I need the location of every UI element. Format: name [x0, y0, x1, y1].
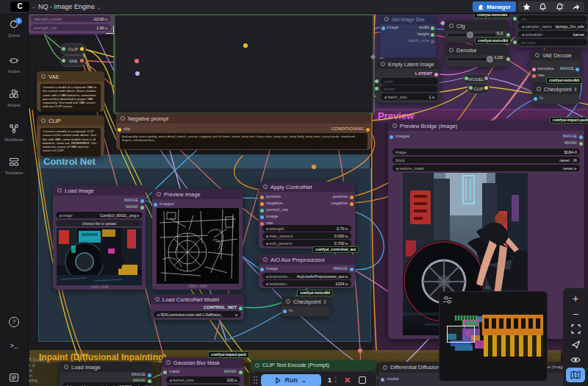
- link-dot-red-2[interactable]: [358, 349, 362, 353]
- minimap-viewport[interactable]: [447, 326, 475, 343]
- collapse-dot[interactable]: [449, 48, 453, 52]
- link-dot-orange[interactable]: [312, 165, 316, 169]
- pb-restore-mask-row[interactable]: ◀ restore_mask never ▶: [392, 165, 580, 171]
- node-get-image-size[interactable]: Get Image Size image width height batch_…: [380, 14, 436, 58]
- port-image-out[interactable]: IMAGE: [124, 198, 138, 202]
- latent-batch-row[interactable]: ◀ batch_size 1 ▶: [381, 93, 438, 100]
- help-button[interactable]: ?: [0, 313, 28, 327]
- port-batch-out[interactable]: batch_size: [408, 38, 429, 43]
- port-mask-in[interactable]: mask: [169, 369, 179, 374]
- port-mask-out[interactable]: MASK: [224, 369, 237, 374]
- port-in[interactable]: In: [539, 96, 543, 100]
- port-positive-in[interactable]: positive: [266, 194, 281, 199]
- port-controlnet-out[interactable]: CONTROL_NET: [204, 305, 237, 310]
- cancel-button[interactable]: ✕: [344, 376, 351, 385]
- node-negative-prompt[interactable]: Negative prompt clip CONDITIONING bad qu…: [116, 113, 371, 150]
- collapse-dot[interactable]: [384, 17, 389, 21]
- share-icon[interactable]: [572, 3, 580, 11]
- port-images-in[interactable]: images: [395, 134, 409, 138]
- app-logo[interactable]: C: [10, 1, 29, 12]
- node-empty-latent[interactable]: Empty Latent Image LATENT width height ◀…: [376, 59, 440, 103]
- pan-mode-button[interactable]: [567, 340, 584, 353]
- image-combo[interactable]: ◀ image ComfyUI_00031_.png ▶: [56, 212, 143, 218]
- controlnet-model-combo[interactable]: ◀ SDXL\controlnet-union-sdxl-1.0\diffusi…: [154, 311, 241, 318]
- sidebar-item-queue[interactable]: Queue: [0, 19, 28, 37]
- toolbar-drag-handle[interactable]: [253, 376, 258, 385]
- star-icon[interactable]: [523, 3, 531, 11]
- minimap-panel[interactable]: [439, 291, 548, 382]
- node-load-image-inpaint[interactable]: Load Image IMAGE MASK ◀ clipspace/clipsp…: [60, 362, 153, 386]
- workflow-title[interactable]: NQ - Image Engine ⌄: [38, 3, 101, 10]
- node-vae-note[interactable]: VAE Connect a model or a separate VAE to…: [37, 71, 104, 112]
- logs-button[interactable]: [0, 372, 28, 385]
- port-image-in[interactable]: image: [266, 266, 278, 271]
- upload-button[interactable]: choose file to upload: [56, 220, 143, 226]
- collapse-dot[interactable]: [166, 360, 171, 365]
- node-checkpoint-cn[interactable]: Checkpoint ‖ In: [282, 296, 330, 316]
- manager-button[interactable]: Manager: [473, 1, 516, 12]
- port-controlnet-in[interactable]: control_net: [266, 207, 288, 212]
- port-image-out[interactable]: IMAGE: [132, 372, 146, 376]
- collapse-dot[interactable]: [41, 74, 46, 79]
- zoom-in-button[interactable]: +: [567, 293, 584, 306]
- port-image-in[interactable]: image: [266, 214, 278, 218]
- logo-menu-chevron[interactable]: ⌄: [32, 4, 36, 10]
- collapse-dot[interactable]: [383, 365, 387, 370]
- toggle-visibility-button[interactable]: [567, 354, 584, 368]
- collapse-dot[interactable]: [255, 363, 259, 368]
- selected-preview-node[interactable]: [114, 14, 374, 114]
- collapse-dot[interactable]: [286, 299, 290, 304]
- notification-icon[interactable]: [539, 3, 547, 11]
- latent-height-row[interactable]: height: [381, 85, 438, 92]
- port-image-in[interactable]: image: [387, 25, 398, 29]
- node-load-controlnet[interactable]: Load ControlNet Model CONTROL_NET ◀ SDXL…: [151, 294, 244, 320]
- zoom-out-button[interactable]: −: [567, 308, 584, 321]
- minimap-settings-icon[interactable]: [442, 295, 453, 305]
- node-load-image-cn[interactable]: Load Image IMAGE MASK ◀ image ComfyUI_00…: [53, 185, 146, 290]
- collapse-dot[interactable]: [537, 87, 541, 91]
- workflow-chevron[interactable]: ⌄: [97, 4, 101, 10]
- run-options-chevron[interactable]: ⌄: [301, 377, 306, 384]
- collapse-dot[interactable]: [57, 188, 62, 193]
- collapse-dot[interactable]: [449, 24, 453, 28]
- ksampler-denoise-row[interactable]: denoise: [518, 39, 587, 46]
- sidebar-item-models[interactable]: Models: [0, 89, 28, 107]
- latent-width-row[interactable]: width: [381, 78, 438, 85]
- port-image-out[interactable]: IMAGE: [563, 134, 577, 138]
- collapse-dot[interactable]: [263, 257, 268, 262]
- node-clip-note[interactable]: CLIP Connect a model or a separate CLIP …: [37, 115, 104, 157]
- sidebar-item-workflows[interactable]: Workflows: [0, 124, 28, 142]
- link-dot-lavender[interactable]: [135, 71, 140, 76]
- lora-strength-clip-widget[interactable]: strength_clip 1.00 ▶: [31, 24, 111, 31]
- port-positive-out[interactable]: positive: [333, 194, 348, 199]
- denoise-slider-handle[interactable]: [487, 56, 493, 62]
- port-height-out[interactable]: height: [417, 32, 429, 36]
- lora-strength-model-widget[interactable]: strength_model -10.00 ▶: [31, 15, 111, 22]
- start-percent-widget[interactable]: ◀ start_percent 0.000 ▶: [262, 232, 351, 239]
- pb-block-row[interactable]: block never: [392, 157, 580, 163]
- node-gaussian-blur[interactable]: Gaussian Blur Mask mask MASK ◀ kernel_si…: [162, 357, 244, 386]
- port-image-out[interactable]: IMAGE: [334, 266, 348, 271]
- collapse-dot[interactable]: [64, 365, 68, 369]
- port-images-in[interactable]: images: [159, 201, 173, 206]
- negative-prompt-text[interactable]: bad quality, worst quality, worst detail…: [120, 133, 368, 149]
- block-toggle[interactable]: [572, 159, 577, 162]
- run-button[interactable]: Run ⌄: [261, 374, 321, 386]
- port-conditioning-out[interactable]: CONDITIONING: [331, 126, 364, 131]
- port-clip-in[interactable]: clip: [123, 126, 130, 131]
- sidebar-item-templates[interactable]: Templates: [0, 157, 28, 175]
- node-ksampler[interactable]: cfg ◀ sampler_name dpmpp_2m_sde ◀ schedu…: [514, 14, 588, 48]
- node-lora[interactable]: strength_model -10.00 ▶ strength_clip 1.…: [28, 13, 114, 34]
- end-percent-widget[interactable]: ◀ end_percent 0.700 ▶: [262, 240, 351, 246]
- ksampler-sampler-row[interactable]: ◀ sampler_name dpmpp_2m_sde: [518, 23, 587, 29]
- pause-icon[interactable]: ‖: [575, 87, 578, 92]
- pb-image-row[interactable]: image $164-0: [392, 149, 580, 155]
- cfg-slider-handle[interactable]: [467, 32, 473, 38]
- denoise-value[interactable]: 1.00: [494, 55, 503, 60]
- strength-widget[interactable]: ◀ strength 0.70 ▶: [262, 225, 351, 232]
- notification-alt-icon[interactable]: [556, 3, 564, 11]
- collapse-dot[interactable]: [41, 118, 46, 123]
- inpaint-image-combo[interactable]: ◀ clipspace/clipspace-painted-masked-246…: [62, 382, 151, 386]
- node-denoise[interactable]: Denoise 1.00: [445, 45, 509, 67]
- port-latent-out[interactable]: LATENT: [415, 71, 432, 76]
